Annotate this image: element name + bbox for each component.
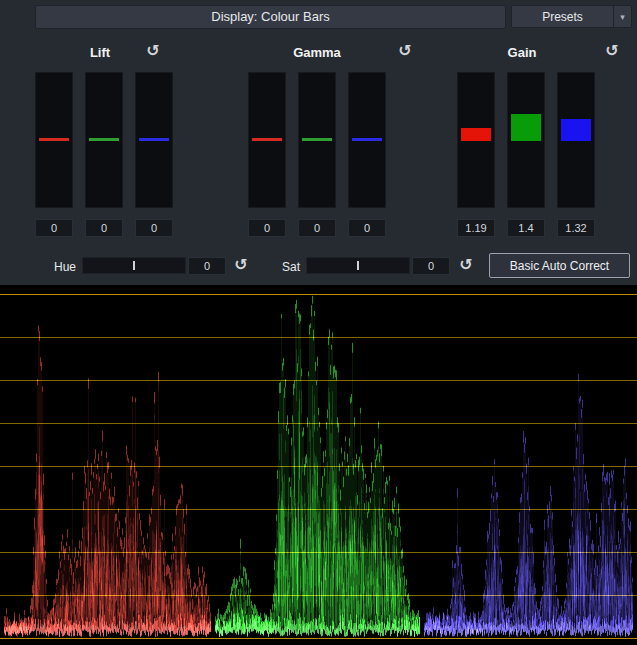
hue-slider[interactable]: [82, 257, 186, 274]
presets-dropdown[interactable]: Presets ▾: [511, 5, 632, 28]
lift-blue-handle[interactable]: [139, 138, 169, 141]
lift-green-handle[interactable]: [89, 138, 119, 141]
presets-label: Presets: [512, 6, 613, 27]
basic-auto-correct-button[interactable]: Basic Auto Correct: [489, 253, 630, 278]
reset-gain-icon[interactable]: ↺: [603, 42, 621, 60]
reset-hue-icon[interactable]: ↺: [232, 256, 250, 274]
sat-slider-handle[interactable]: [357, 261, 359, 270]
gamma-blue-handle[interactable]: [352, 138, 382, 141]
gain-green-value[interactable]: 1.4: [507, 219, 545, 237]
reset-gamma-icon[interactable]: ↺: [396, 42, 414, 60]
gain-green-slider[interactable]: [507, 72, 545, 208]
hue-label: Hue: [38, 260, 76, 274]
lift-red-slider[interactable]: [35, 72, 73, 208]
gamma-green-slider[interactable]: [298, 72, 336, 208]
gamma-green-value[interactable]: 0: [298, 219, 336, 237]
display-mode-button[interactable]: Display: Colour Bars: [35, 5, 506, 29]
gain-blue-handle[interactable]: [561, 119, 591, 141]
reset-sat-icon[interactable]: ↺: [457, 256, 475, 274]
section-label-gamma: Gamma: [293, 45, 341, 60]
gamma-green-handle[interactable]: [302, 138, 332, 141]
gain-red-value[interactable]: 1.19: [457, 219, 495, 237]
gain-red-handle[interactable]: [461, 128, 491, 141]
gamma-red-value[interactable]: 0: [248, 219, 286, 237]
lift-blue-slider[interactable]: [135, 72, 173, 208]
sat-label: Sat: [262, 260, 300, 274]
lift-green-slider[interactable]: [85, 72, 123, 208]
hue-value[interactable]: 0: [188, 257, 226, 275]
gamma-blue-value[interactable]: 0: [348, 219, 386, 237]
lift-blue-value[interactable]: 0: [135, 219, 173, 237]
lift-red-value[interactable]: 0: [35, 219, 73, 237]
reset-lift-icon[interactable]: ↺: [144, 42, 162, 60]
lift-red-handle[interactable]: [39, 138, 69, 141]
chevron-down-icon[interactable]: ▾: [613, 6, 631, 27]
gain-blue-slider[interactable]: [557, 72, 595, 208]
section-label-gain: Gain: [508, 45, 537, 60]
gamma-red-handle[interactable]: [252, 138, 282, 141]
sat-value[interactable]: 0: [412, 257, 450, 275]
gain-green-handle[interactable]: [511, 114, 541, 141]
section-label-lift: Lift: [90, 45, 110, 60]
gamma-red-slider[interactable]: [248, 72, 286, 208]
gain-blue-value[interactable]: 1.32: [557, 219, 595, 237]
rgb-waveform-scope: [0, 285, 637, 645]
sat-slider[interactable]: [306, 257, 410, 274]
gain-red-slider[interactable]: [457, 72, 495, 208]
lift-green-value[interactable]: 0: [85, 219, 123, 237]
gamma-blue-slider[interactable]: [348, 72, 386, 208]
hue-slider-handle[interactable]: [133, 261, 135, 270]
